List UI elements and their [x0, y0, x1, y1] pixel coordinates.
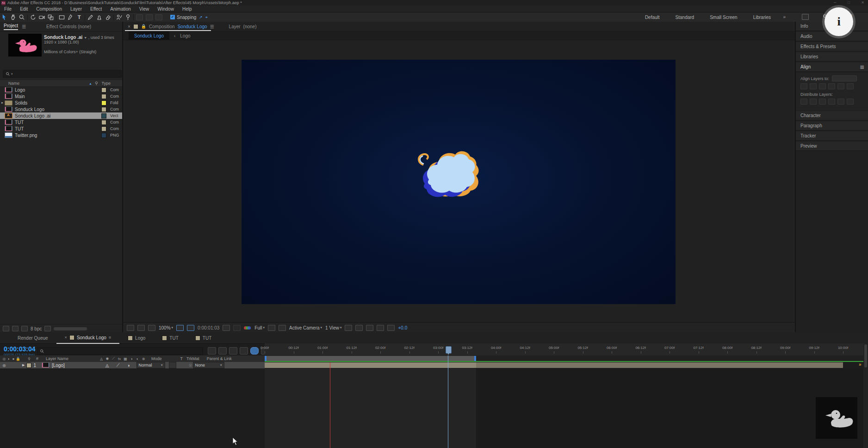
maximize-button[interactable]: □ — [848, 0, 850, 5]
info-overlay-circle[interactable]: i — [825, 7, 853, 36]
mini-flowchart-icon[interactable] — [377, 325, 384, 331]
timeline-search-input[interactable] — [37, 347, 203, 355]
exposure-value[interactable]: +0.0 — [398, 325, 407, 330]
timeline-track-area-outside-workarea[interactable] — [476, 368, 868, 448]
snap-features-icon[interactable]: ⌖ — [205, 15, 208, 20]
toggle-mask-path-icon[interactable] — [345, 325, 352, 331]
project-row[interactable]: Twitter.pngPNG — [0, 132, 122, 138]
timeline-ruler[interactable]: 0:00f00:12f01:00f01:12f02:00f02:12f03:00… — [265, 343, 868, 356]
show-snapshot-icon[interactable] — [233, 325, 241, 331]
composition-mini-flowchart-icon[interactable] — [208, 347, 216, 355]
column-parent-link[interactable]: Parent & Link — [207, 356, 232, 361]
label-column-icon[interactable]: ⚲ — [95, 81, 98, 86]
primary-viewer-icon[interactable] — [137, 325, 145, 331]
label-color-swatch[interactable] — [101, 126, 106, 131]
distribute-right-button[interactable] — [847, 99, 854, 105]
fast-previews-icon[interactable] — [387, 325, 395, 331]
snap-along-edges-icon[interactable]: ↗ — [199, 15, 203, 19]
eraser-tool-icon[interactable] — [104, 13, 112, 21]
project-row[interactable]: ▸SolidsFold — [0, 100, 122, 106]
panel-menu-icon[interactable]: ≡ — [109, 335, 111, 340]
blend-mode-dropdown[interactable]: Normal ▾ — [136, 362, 165, 368]
menu-file[interactable]: File — [0, 6, 16, 12]
ruler-icon[interactable] — [366, 325, 373, 331]
panel-character-header[interactable]: Character — [796, 111, 868, 120]
brush-tool-icon[interactable] — [86, 13, 95, 21]
always-preview-icon[interactable] — [127, 325, 134, 331]
label-color-swatch[interactable] — [101, 113, 106, 118]
distribute-left-button[interactable] — [828, 99, 835, 105]
timeline-track-area-inside-workarea[interactable] — [265, 368, 476, 448]
timecode-value[interactable]: 0:00:03:04 — [4, 345, 36, 353]
parent-pickwhip-icon[interactable]: ☉ — [188, 363, 193, 368]
align-left-button[interactable] — [800, 83, 807, 89]
label-color-swatch[interactable] — [101, 120, 106, 125]
layer-motion-blur-icon[interactable]: ◑ — [127, 363, 130, 368]
channel-icon[interactable] — [244, 325, 251, 330]
region-of-interest-icon[interactable] — [268, 325, 275, 331]
menu-window[interactable]: Window — [153, 6, 178, 12]
magnification-dropdown[interactable]: 100% ▾ — [159, 325, 173, 330]
playhead-handle[interactable] — [446, 346, 452, 354]
interpret-footage-icon[interactable] — [3, 326, 9, 331]
puppet-pin-tool-icon[interactable] — [124, 13, 132, 21]
column-type[interactable]: Type — [102, 81, 111, 86]
label-color-swatch[interactable] — [101, 107, 106, 112]
layer-row[interactable]: ◎ ▶ 1 [Logo] ◬ ⟋ ◑ Normal ▾ ☉ None ▾ — [0, 362, 265, 368]
grid-guides-icon[interactable] — [176, 325, 184, 331]
parent-dropdown[interactable]: None ▾ — [193, 362, 224, 368]
horizontal-scrollbar[interactable] — [54, 327, 87, 330]
resolution-dropdown[interactable]: Full ▾ — [254, 325, 265, 330]
panel-paragraph-header[interactable]: Paragraph — [796, 121, 868, 131]
viewer-tab-sonduck-logo[interactable]: Sonduck Logo — [129, 31, 169, 40]
timeline-tab-tut[interactable]: TUT — [154, 332, 186, 343]
zoom-tool-icon[interactable] — [18, 13, 26, 21]
clone-stamp-tool-icon[interactable] — [95, 13, 104, 21]
column-mode[interactable]: Mode — [151, 356, 162, 361]
pan-behind-tool-icon[interactable] — [46, 13, 55, 21]
menu-edit[interactable]: Edit — [16, 6, 32, 12]
project-list-header[interactable]: Name ▲ ⚲ Type — [0, 80, 122, 87]
workspace-overflow-chevrons[interactable]: » — [783, 14, 786, 19]
align-right-button[interactable] — [819, 83, 826, 89]
panel-tracker-header[interactable]: Tracker — [796, 131, 868, 141]
composition-name[interactable]: Sonduck Logo — [178, 24, 207, 29]
panel-effects-presets-header[interactable]: Effects & Presets — [796, 42, 868, 51]
layer-name[interactable]: [Logo] — [52, 363, 65, 368]
layer-quality-icon[interactable]: ⟋ — [116, 362, 119, 368]
layer-shy-icon[interactable]: ◬ — [105, 363, 109, 368]
project-bit-depth[interactable]: 8 bpc — [31, 326, 42, 331]
viewer-back-chevron[interactable]: ‹ — [174, 33, 175, 38]
layer-panel-tab[interactable]: Layer — [229, 24, 241, 29]
menu-view[interactable]: View — [135, 6, 154, 12]
panel-align-header[interactable]: Align ▦ — [796, 62, 868, 72]
composition-viewport[interactable] — [242, 60, 676, 304]
type-tool-icon[interactable]: T — [75, 13, 84, 21]
minimize-button[interactable]: ─ — [834, 0, 837, 5]
workspace-switcher-icon[interactable] — [802, 14, 809, 20]
tab-project[interactable]: Project — [4, 23, 18, 30]
search-options-caret[interactable]: ▾ — [11, 72, 13, 76]
menu-composition[interactable]: Composition — [32, 6, 66, 12]
close-tab-icon[interactable]: × — [65, 335, 67, 340]
label-color-swatch[interactable] — [101, 87, 106, 93]
snapshot-icon[interactable] — [223, 325, 230, 331]
project-row[interactable]: TUTCom — [0, 119, 122, 125]
layer-label-swatch[interactable] — [26, 363, 31, 368]
transparency-grid-icon[interactable] — [279, 325, 286, 331]
mask-visibility-icon[interactable] — [187, 325, 194, 331]
layer-visibility-eye-icon[interactable]: ◎ — [2, 363, 6, 368]
workspace-default[interactable]: Default — [645, 15, 660, 20]
hide-shy-layers-icon[interactable] — [229, 347, 237, 355]
timeline-tab-logo[interactable]: Logo — [119, 332, 154, 343]
panel-preview-header[interactable]: Preview — [796, 142, 868, 151]
close-button[interactable]: ✕ — [861, 0, 864, 5]
column-layer-name[interactable]: Layer Name — [46, 356, 68, 361]
label-color-swatch[interactable] — [101, 94, 106, 99]
panel-menu-icon[interactable]: ☰ — [22, 24, 26, 29]
timeline-tab-render-queue[interactable]: Render Queue — [9, 332, 56, 343]
workspace-small-screen[interactable]: Small Screen — [710, 15, 737, 20]
label-color-swatch[interactable] — [101, 133, 106, 138]
view-mode-dropdown[interactable]: Active Camera ▾ — [289, 325, 322, 330]
trkmat-cell[interactable] — [169, 362, 176, 368]
